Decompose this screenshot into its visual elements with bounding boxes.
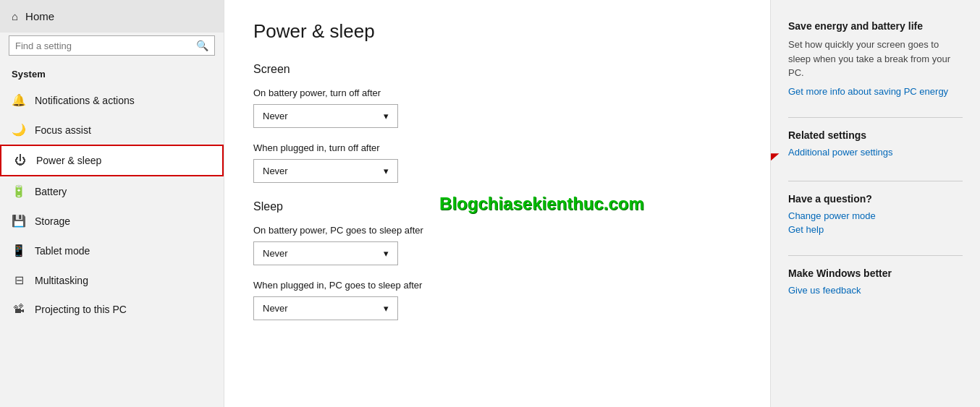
sidebar-item-battery[interactable]: 🔋 Battery xyxy=(0,176,224,206)
sleep-battery-value: Never xyxy=(263,248,288,259)
home-label: Home xyxy=(25,10,54,22)
sidebar-item-label-storage: Storage xyxy=(35,215,70,227)
screen-battery-label: On battery power, turn off after xyxy=(253,87,741,98)
screen-battery-dropdown[interactable]: Never ▾ xyxy=(253,104,398,128)
sidebar-item-projecting[interactable]: 📽 Projecting to this PC xyxy=(0,295,224,324)
sleep-battery-dropdown[interactable]: Never ▾ xyxy=(253,241,398,265)
energy-section: Save energy and battery life Set how qui… xyxy=(788,20,963,97)
screen-plugged-value: Never xyxy=(263,166,288,176)
divider-3 xyxy=(788,255,963,256)
screen-section: Screen On battery power, turn off after … xyxy=(253,63,741,183)
sleep-plugged-value: Never xyxy=(263,303,288,314)
screen-battery-value: Never xyxy=(263,111,288,121)
screen-battery-wrap: On battery power, turn off after Never ▾ xyxy=(253,87,741,128)
sidebar-item-label-focus: Focus assist xyxy=(35,124,91,136)
sidebar-item-notifications[interactable]: 🔔 Notifications & actions xyxy=(0,85,224,115)
feedback-link[interactable]: Give us feedback xyxy=(788,285,963,296)
related-heading: Related settings xyxy=(788,129,963,141)
sleep-plugged-wrap: When plugged in, PC goes to sleep after … xyxy=(253,280,741,320)
additional-power-wrap: Additional power settings xyxy=(788,147,963,160)
sleep-battery-label: On battery power, PC goes to sleep after xyxy=(253,225,741,236)
screen-plugged-wrap: When plugged in, turn off after Never ▾ xyxy=(253,142,741,183)
make-better-heading: Make Windows better xyxy=(788,267,963,279)
chevron-down-icon-3: ▾ xyxy=(384,248,389,259)
sidebar-item-label-multitasking: Multitasking xyxy=(35,275,88,286)
battery-icon: 🔋 xyxy=(12,184,26,198)
sidebar-item-label-tablet: Tablet mode xyxy=(35,245,90,257)
chevron-down-icon-1: ▾ xyxy=(384,111,389,121)
screen-section-title: Screen xyxy=(253,63,741,76)
question-heading: Have a question? xyxy=(788,193,963,205)
power-icon: ⏻ xyxy=(13,154,28,167)
energy-heading: Save energy and battery life xyxy=(788,20,963,32)
sleep-section: Sleep On battery power, PC goes to sleep… xyxy=(253,200,741,320)
sidebar-item-storage[interactable]: 💾 Storage xyxy=(0,206,224,236)
change-power-link[interactable]: Change power mode xyxy=(788,210,963,221)
main-area: Blogchiasekienthuc.com Power & sleep Scr… xyxy=(224,0,980,407)
sidebar-item-label-projecting: Projecting to this PC xyxy=(35,304,127,315)
divider-1 xyxy=(788,117,963,118)
sidebar-item-label-battery: Battery xyxy=(35,186,67,197)
get-help-link[interactable]: Get help xyxy=(788,224,963,235)
energy-link[interactable]: Get more info about saving PC energy xyxy=(788,86,963,97)
sidebar-item-home[interactable]: ⌂ Home xyxy=(0,0,224,33)
chevron-down-icon-4: ▾ xyxy=(384,303,389,314)
sidebar: ⌂ Home 🔍 System 🔔 Notifications & action… xyxy=(0,0,224,407)
sleep-plugged-label: When plugged in, PC goes to sleep after xyxy=(253,280,741,291)
sleep-battery-wrap: On battery power, PC goes to sleep after… xyxy=(253,225,741,265)
sidebar-item-power[interactable]: ⏻ Power & sleep xyxy=(0,145,224,176)
page-title: Power & sleep xyxy=(253,20,741,43)
red-arrow-icon xyxy=(770,141,788,170)
notifications-icon: 🔔 xyxy=(12,93,26,107)
main-content: Power & sleep Screen On battery power, t… xyxy=(224,0,770,407)
sidebar-item-label-notifications: Notifications & actions xyxy=(35,95,135,106)
projecting-icon: 📽 xyxy=(12,303,26,316)
search-box: 🔍 xyxy=(9,35,215,56)
search-input[interactable] xyxy=(15,40,196,51)
home-icon: ⌂ xyxy=(12,10,18,22)
storage-icon: 💾 xyxy=(12,214,26,228)
focus-icon: 🌙 xyxy=(12,123,26,137)
sleep-plugged-dropdown[interactable]: Never ▾ xyxy=(253,296,398,320)
multitasking-icon: ⊟ xyxy=(12,273,26,287)
right-panel: Save energy and battery life Set how qui… xyxy=(770,0,980,407)
energy-description: Set how quickly your screen goes to slee… xyxy=(788,38,963,80)
make-better-section: Make Windows better Give us feedback xyxy=(788,267,963,296)
system-section-label: System xyxy=(0,64,224,85)
sidebar-item-multitasking[interactable]: ⊟ Multitasking xyxy=(0,265,224,295)
sidebar-item-tablet[interactable]: 📱 Tablet mode xyxy=(0,236,224,265)
screen-plugged-dropdown[interactable]: Never ▾ xyxy=(253,159,398,183)
additional-power-link[interactable]: Additional power settings xyxy=(788,147,893,158)
sidebar-item-focus[interactable]: 🌙 Focus assist xyxy=(0,115,224,145)
question-section: Have a question? Change power mode Get h… xyxy=(788,193,963,235)
sleep-section-title: Sleep xyxy=(253,200,741,213)
sidebar-item-label-power: Power & sleep xyxy=(36,155,101,166)
search-button[interactable]: 🔍 xyxy=(196,40,208,51)
chevron-down-icon-2: ▾ xyxy=(384,166,389,176)
tablet-icon: 📱 xyxy=(12,244,26,257)
screen-plugged-label: When plugged in, turn off after xyxy=(253,142,741,153)
divider-2 xyxy=(788,181,963,181)
related-settings-section: Related settings Additional power settin… xyxy=(788,129,963,160)
